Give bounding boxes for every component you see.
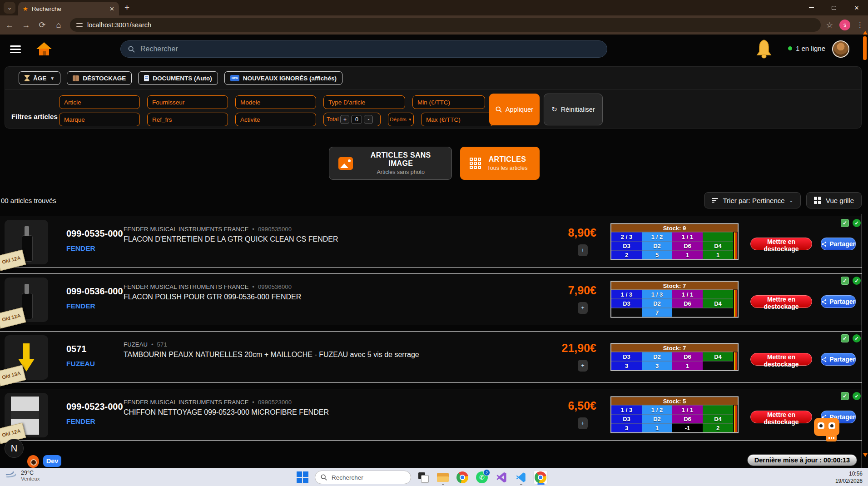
- min-price-filter-input[interactable]: [412, 95, 485, 109]
- window-maximize-button[interactable]: [823, 0, 845, 15]
- browser-menu-icon[interactable]: ⋮: [857, 21, 863, 29]
- new-tab-button[interactable]: +: [124, 3, 129, 13]
- total-plus-button[interactable]: +: [340, 115, 349, 124]
- whatsapp-icon[interactable]: ✆2: [475, 470, 489, 485]
- product-image[interactable]: Old 12A: [5, 220, 48, 264]
- quick-buttons-row: ARTICLES SANS IMAGE Articles sans photo …: [0, 147, 868, 180]
- row-checkbox[interactable]: ✓: [841, 334, 849, 342]
- share-button[interactable]: Partager: [821, 295, 856, 308]
- price-plus-button[interactable]: +: [578, 417, 588, 429]
- share-button-label: Partager: [829, 240, 855, 248]
- grid-view-button[interactable]: Vue grille: [806, 192, 862, 208]
- article-code[interactable]: 099-0523-000: [66, 402, 123, 412]
- modele-filter-input[interactable]: [235, 95, 316, 109]
- articles-button[interactable]: ARTICLES Tous les articles: [460, 147, 540, 180]
- product-image[interactable]: Old 12A: [5, 278, 48, 322]
- chip-age[interactable]: ÂGE ▼: [19, 71, 60, 85]
- chrome-icon[interactable]: [455, 470, 470, 485]
- scroll-up-arrow[interactable]: [863, 31, 868, 35]
- tab-search-chevron-icon[interactable]: ⌄: [4, 2, 15, 14]
- tab-close-icon[interactable]: ✕: [109, 5, 114, 12]
- product-image[interactable]: Old 12A: [5, 393, 48, 437]
- browser-toolbar: ← → ⟳ ⌂ localhost:3001/search ☆ s ⋮: [0, 15, 868, 35]
- taskbar-search[interactable]: Rechercher: [315, 471, 411, 484]
- article-brand[interactable]: FENDER: [66, 302, 95, 310]
- sort-dropdown[interactable]: Trier par: Pertinence ⌄: [704, 192, 801, 208]
- chrome-active-icon[interactable]: [533, 470, 548, 485]
- file-explorer-icon[interactable]: [436, 470, 450, 485]
- notification-n-badge[interactable]: N: [5, 439, 24, 458]
- scroll-down-arrow[interactable]: [863, 453, 868, 457]
- row-checkbox[interactable]: ✓: [841, 392, 849, 400]
- marque-filter-input[interactable]: [59, 113, 140, 126]
- start-button[interactable]: [295, 470, 310, 485]
- task-view-icon[interactable]: [416, 470, 431, 485]
- total-minus-button[interactable]: -: [364, 115, 373, 124]
- row-checkbox[interactable]: ✓: [841, 277, 849, 285]
- article-brand[interactable]: FUZEAU: [66, 360, 95, 368]
- article-code[interactable]: 099-0535-000: [66, 228, 123, 239]
- bookmark-star-icon[interactable]: ☆: [826, 20, 833, 30]
- article-brand[interactable]: FENDER: [66, 417, 95, 426]
- price-plus-button[interactable]: +: [578, 244, 588, 256]
- home-icon[interactable]: [36, 42, 52, 56]
- address-bar[interactable]: localhost:3001/search: [70, 18, 821, 32]
- product-image[interactable]: Old 13A: [5, 335, 48, 380]
- stock-table-body: D3D2D6D4331: [611, 352, 738, 370]
- menu-hamburger-icon[interactable]: [10, 45, 21, 53]
- sort-icon: [712, 198, 718, 203]
- share-button[interactable]: Partager: [821, 353, 856, 366]
- article-code[interactable]: 0571: [66, 344, 87, 354]
- reset-button[interactable]: ↻ Réinitialiser: [544, 94, 603, 125]
- browser-home-icon[interactable]: ⌂: [52, 20, 65, 30]
- chip-nouveaux-ignores[interactable]: NEW NOUVEAUX IGNORÉS (affichés): [224, 71, 342, 85]
- taskbar-clock[interactable]: 10:56 19/02/2026: [835, 471, 863, 485]
- article-price: 6,50€: [538, 399, 596, 412]
- global-search-input[interactable]: Rechercher: [120, 40, 607, 58]
- destock-button[interactable]: Mettre en destockage: [750, 295, 812, 308]
- user-avatar[interactable]: [832, 40, 849, 58]
- total-value-input[interactable]: [351, 115, 362, 124]
- max-price-filter-input[interactable]: [421, 113, 494, 126]
- share-button[interactable]: Partager: [821, 238, 856, 250]
- depots-dropdown[interactable]: Dépôts ▼: [388, 113, 414, 126]
- destock-button[interactable]: Mettre en destockage: [750, 238, 812, 250]
- watcher-badge-icon[interactable]: [27, 455, 39, 468]
- article-brand[interactable]: FENDER: [66, 244, 95, 253]
- window-close-button[interactable]: ✕: [845, 0, 868, 15]
- separator-dot: •: [252, 283, 254, 290]
- chip-destockage[interactable]: DÉSTOCKAGE: [67, 71, 132, 85]
- age-tag: Old 13A: [0, 365, 26, 386]
- row-checkbox[interactable]: ✓: [841, 219, 849, 227]
- site-settings-icon[interactable]: [76, 22, 83, 28]
- chat-assistant-icon[interactable]: [814, 418, 842, 441]
- price-plus-button[interactable]: +: [578, 302, 588, 314]
- visual-studio-icon[interactable]: [494, 470, 509, 485]
- article-filter-input[interactable]: [59, 95, 140, 109]
- scrollbar-thumb[interactable]: [863, 36, 867, 60]
- destock-button[interactable]: Mettre en destockage: [750, 353, 812, 366]
- notifications-bell-icon[interactable]: [755, 39, 773, 59]
- apply-button[interactable]: Appliquer: [489, 94, 540, 125]
- chip-nouveaux-label: NOUVEAUX IGNORÉS (affichés): [243, 75, 337, 82]
- activite-filter-input[interactable]: [235, 113, 316, 126]
- vscode-icon[interactable]: [514, 470, 528, 485]
- browser-profile-avatar[interactable]: s: [839, 20, 850, 30]
- chip-documents[interactable]: DOCUMENTS (Auto): [138, 71, 218, 85]
- window-minimize-button[interactable]: [800, 0, 823, 15]
- browser-tab[interactable]: ★ Recherche ✕: [18, 2, 119, 15]
- reload-icon[interactable]: ⟳: [35, 20, 49, 30]
- article-code[interactable]: 099-0536-000: [66, 286, 123, 297]
- type-article-filter-input[interactable]: [323, 95, 405, 109]
- fournisseur-filter-input[interactable]: [147, 95, 228, 109]
- articles-sans-image-button[interactable]: ARTICLES SANS IMAGE Articles sans photo: [329, 147, 452, 180]
- destock-button[interactable]: Mettre en destockage: [750, 411, 812, 423]
- taskbar-weather-widget[interactable]: 29°C Venteux: [5, 470, 40, 481]
- no-image-title: ARTICLES SANS IMAGE: [359, 151, 442, 168]
- back-icon[interactable]: ←: [3, 20, 16, 30]
- filters-panel: ÂGE ▼ DÉSTOCKAGE DOCUMENTS (Auto) NEW NO…: [5, 66, 862, 129]
- price-plus-button[interactable]: +: [578, 360, 588, 372]
- forward-icon[interactable]: →: [19, 20, 33, 30]
- supplier-ref: 0990535000: [258, 226, 292, 233]
- ref-frs-filter-input[interactable]: [147, 113, 228, 126]
